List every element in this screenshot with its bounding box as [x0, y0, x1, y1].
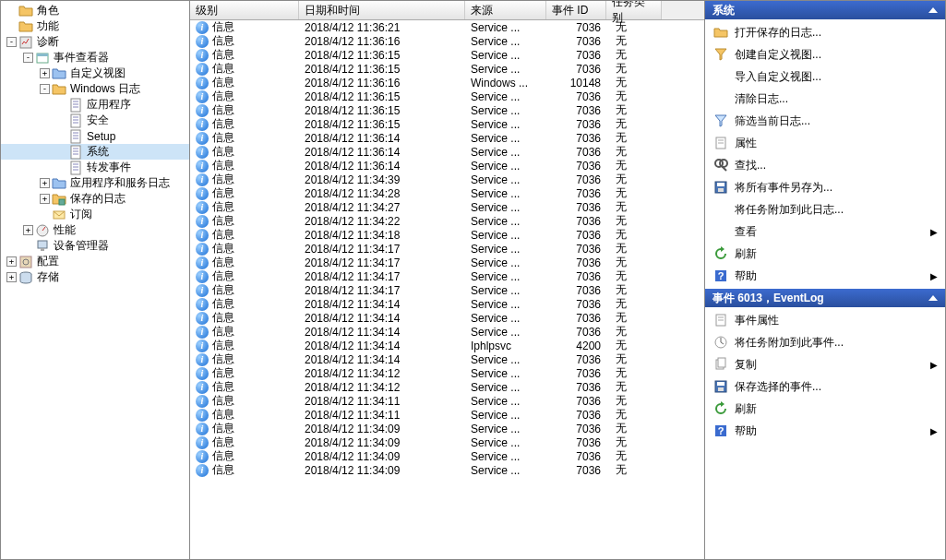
action-复制[interactable]: 复制▶ — [705, 353, 945, 375]
table-row[interactable]: i信息2018/4/12 11:34:14Service ...7036无 — [190, 311, 704, 325]
action-刷新[interactable]: 刷新 — [705, 243, 945, 265]
table-row[interactable]: i信息2018/4/12 11:34:11Service ...7036无 — [190, 408, 704, 422]
table-row[interactable]: i信息2018/4/12 11:36:15Service ...7036无 — [190, 89, 704, 103]
cell-date: 2018/4/12 11:34:09 — [299, 436, 465, 449]
table-row[interactable]: i信息2018/4/12 11:36:21Service ...7036无 — [190, 20, 704, 34]
table-row[interactable]: i信息2018/4/12 11:34:09Service ...7036无 — [190, 422, 704, 435]
tree-node-事件查看器[interactable]: -事件查看器 — [1, 50, 189, 66]
cell-date: 2018/4/12 11:36:16 — [299, 77, 465, 89]
action-将所有事件另存为...[interactable]: 将所有事件另存为... — [705, 176, 945, 198]
table-row[interactable]: i信息2018/4/12 11:36:16Windows ...10148无 — [190, 76, 704, 89]
action-属性[interactable]: 属性 — [705, 132, 945, 154]
expander-icon[interactable]: + — [40, 194, 50, 204]
table-row[interactable]: i信息2018/4/12 11:34:11Service ...7036无 — [190, 394, 704, 408]
expander-icon[interactable]: + — [6, 256, 17, 267]
table-row[interactable]: i信息2018/4/12 11:34:17Service ...7036无 — [190, 256, 704, 269]
action-清除日志...[interactable]: 清除日志... — [705, 88, 945, 110]
table-row[interactable]: i信息2018/4/12 11:34:09Service ...7036无 — [190, 449, 704, 463]
table-row[interactable]: i信息2018/4/12 11:34:14Iphlpsvc4200无 — [190, 339, 704, 352]
col-header-date[interactable]: 日期和时间 — [299, 1, 465, 19]
cell-date: 2018/4/12 11:34:09 — [299, 423, 465, 435]
col-header-cat[interactable]: 任务类别 — [606, 1, 662, 19]
table-row[interactable]: i信息2018/4/12 11:34:17Service ...7036无 — [190, 242, 704, 256]
table-row[interactable]: i信息2018/4/12 11:34:14Service ...7036无 — [190, 297, 704, 311]
expander-icon[interactable]: + — [40, 68, 50, 78]
action-筛选当前日志...[interactable]: 筛选当前日志... — [705, 110, 945, 132]
tree-node-性能[interactable]: +性能 — [1, 222, 189, 238]
col-header-level[interactable]: 级别 — [190, 1, 299, 19]
col-header-source[interactable]: 来源 — [465, 1, 546, 19]
expander-icon[interactable]: + — [6, 272, 17, 282]
cell-date: 2018/4/12 11:34:27 — [299, 201, 465, 214]
table-row[interactable]: i信息2018/4/12 11:36:14Service ...7036无 — [190, 159, 704, 173]
table-row[interactable]: i信息2018/4/12 11:34:17Service ...7036无 — [190, 283, 704, 297]
table-row[interactable]: i信息2018/4/12 11:34:39Service ...7036无 — [190, 173, 704, 186]
action-将任务附加到此日志...[interactable]: 将任务附加到此日志... — [705, 198, 945, 220]
table-row[interactable]: i信息2018/4/12 11:36:15Service ...7036无 — [190, 48, 704, 62]
action-导入自定义视图...[interactable]: 导入自定义视图... — [705, 66, 945, 88]
action-刷新[interactable]: 刷新 — [705, 398, 945, 420]
expander-icon[interactable]: + — [40, 178, 50, 188]
table-row[interactable]: i信息2018/4/12 11:36:16Service ...7036无 — [190, 34, 704, 48]
action-label: 事件属性 — [735, 313, 779, 328]
action-查找...[interactable]: 查找... — [705, 154, 945, 176]
table-row[interactable]: i信息2018/4/12 11:34:12Service ...7036无 — [190, 366, 704, 380]
action-保存选择的事件...[interactable]: 保存选择的事件... — [705, 375, 945, 398]
tree-node-系统[interactable]: 系统 — [1, 144, 189, 160]
table-row[interactable]: i信息2018/4/12 11:36:15Service ...7036无 — [190, 62, 704, 76]
tree-node-保存的日志[interactable]: +保存的日志 — [1, 191, 189, 207]
tree-node-存储[interactable]: +存储 — [1, 269, 189, 285]
table-row[interactable]: i信息2018/4/12 11:34:14Service ...7036无 — [190, 325, 704, 339]
tree-node-应用程序和服务日志[interactable]: +应用程序和服务日志 — [1, 175, 189, 191]
cell-id: 7036 — [546, 173, 606, 186]
table-row[interactable]: i信息2018/4/12 11:34:28Service ...7036无 — [190, 186, 704, 200]
svg-rect-23 — [59, 199, 65, 205]
cell-date: 2018/4/12 11:34:12 — [299, 367, 465, 380]
log-icon — [68, 145, 83, 160]
expander-icon[interactable]: + — [23, 225, 33, 235]
grid-body[interactable]: i信息2018/4/12 11:36:21Service ...7036无i信息… — [190, 20, 704, 559]
action-查看[interactable]: 查看▶ — [705, 220, 945, 243]
expander-icon[interactable]: - — [40, 84, 50, 94]
table-row[interactable]: i信息2018/4/12 11:34:09Service ...7036无 — [190, 435, 704, 449]
table-row[interactable]: i信息2018/4/12 11:36:14Service ...7036无 — [190, 145, 704, 159]
action-事件属性[interactable]: 事件属性 — [705, 309, 945, 331]
cell-date: 2018/4/12 11:34:11 — [299, 395, 465, 408]
expander-icon[interactable]: - — [23, 53, 33, 63]
tree-node-自定义视图[interactable]: +自定义视图 — [1, 66, 189, 81]
section-header-section1[interactable]: 系统 — [705, 1, 945, 19]
tree-node-角色[interactable]: 角色 — [1, 3, 189, 18]
tree-node-应用程序[interactable]: 应用程序 — [1, 97, 189, 113]
subscribe-icon — [52, 208, 66, 222]
col-header-id[interactable]: 事件 ID — [546, 1, 606, 19]
cell-source: Service ... — [465, 381, 546, 394]
table-row[interactable]: i信息2018/4/12 11:34:09Service ...7036无 — [190, 463, 704, 477]
table-row[interactable]: i信息2018/4/12 11:34:18Service ...7036无 — [190, 228, 704, 242]
table-row[interactable]: i信息2018/4/12 11:34:14Service ...7036无 — [190, 352, 704, 366]
tree-node-Windows 日志[interactable]: -Windows 日志 — [1, 81, 189, 97]
tree-node-安全[interactable]: 安全 — [1, 113, 189, 128]
table-row[interactable]: i信息2018/4/12 11:36:15Service ...7036无 — [190, 103, 704, 117]
tree-node-诊断[interactable]: -诊断 — [1, 34, 189, 50]
action-帮助[interactable]: ?帮助▶ — [705, 265, 945, 287]
tree-node-转发事件[interactable]: 转发事件 — [1, 160, 189, 175]
tree-node-Setup[interactable]: Setup — [1, 128, 189, 144]
tree-label: 性能 — [52, 222, 78, 238]
expander-icon[interactable]: - — [6, 37, 17, 47]
section-header-section2[interactable]: 事件 6013，EventLog — [705, 289, 945, 307]
action-将任务附加到此事件...[interactable]: 将任务附加到此事件... — [705, 331, 945, 353]
table-row[interactable]: i信息2018/4/12 11:34:27Service ...7036无 — [190, 200, 704, 214]
table-row[interactable]: i信息2018/4/12 11:36:14Service ...7036无 — [190, 131, 704, 145]
tree-node-设备管理器[interactable]: 设备管理器 — [1, 238, 189, 254]
table-row[interactable]: i信息2018/4/12 11:34:22Service ...7036无 — [190, 214, 704, 228]
action-创建自定义视图...[interactable]: 创建自定义视图... — [705, 43, 945, 66]
table-row[interactable]: i信息2018/4/12 11:34:17Service ...7036无 — [190, 269, 704, 283]
tree-node-功能[interactable]: 功能 — [1, 18, 189, 34]
action-帮助[interactable]: ?帮助▶ — [705, 420, 945, 442]
action-打开保存的日志...[interactable]: 打开保存的日志... — [705, 21, 945, 43]
table-row[interactable]: i信息2018/4/12 11:34:12Service ...7036无 — [190, 380, 704, 394]
tree-node-配置[interactable]: +配置 — [1, 254, 189, 269]
table-row[interactable]: i信息2018/4/12 11:36:15Service ...7036无 — [190, 117, 704, 131]
tree-node-订阅[interactable]: 订阅 — [1, 207, 189, 222]
cell-id: 7036 — [546, 90, 606, 103]
